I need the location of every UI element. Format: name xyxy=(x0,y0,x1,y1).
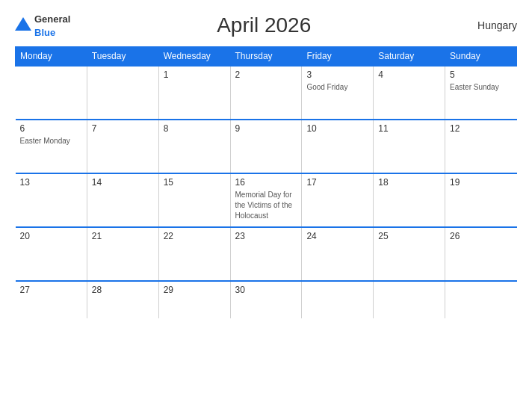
day-event: Memorial Day for the Victims of the Holo… xyxy=(235,191,293,220)
calendar-table: Monday Tuesday Wednesday Thursday Friday… xyxy=(15,46,517,318)
day-number: 3 xyxy=(306,69,368,80)
logo-text: General Blue xyxy=(34,12,70,39)
calendar-header-row: Monday Tuesday Wednesday Thursday Friday… xyxy=(16,47,517,67)
day-number: 7 xyxy=(92,123,154,134)
calendar-day-cell: 26 xyxy=(445,227,517,281)
day-number: 1 xyxy=(164,69,226,80)
calendar-day-cell: 6Easter Monday xyxy=(16,120,87,173)
day-number: 24 xyxy=(306,231,368,241)
calendar-day-cell: 25 xyxy=(374,227,445,281)
calendar-day-cell: 7 xyxy=(87,120,158,173)
day-number: 8 xyxy=(164,123,226,134)
calendar-day-cell xyxy=(445,281,517,318)
day-number: 30 xyxy=(235,285,297,295)
col-monday: Monday xyxy=(16,47,87,67)
calendar-day-cell: 16Memorial Day for the Victims of the Ho… xyxy=(230,173,302,227)
calendar-week-row: 20212223242526 xyxy=(16,227,517,281)
day-number: 12 xyxy=(450,123,512,134)
day-number: 11 xyxy=(378,123,440,134)
calendar-day-cell xyxy=(374,281,445,318)
col-sunday: Sunday xyxy=(445,47,517,67)
calendar-day-cell: 28 xyxy=(87,281,158,318)
calendar-week-row: 123Good Friday45Easter Sunday xyxy=(16,66,517,120)
day-number: 20 xyxy=(20,231,82,241)
calendar-day-cell: 20 xyxy=(16,227,87,281)
col-thursday: Thursday xyxy=(230,47,302,67)
calendar-day-cell: 18 xyxy=(374,173,445,227)
calendar-day-cell xyxy=(16,66,87,120)
day-number: 23 xyxy=(235,231,297,241)
logo-icon xyxy=(15,17,31,34)
calendar-day-cell: 17 xyxy=(302,173,374,227)
day-number: 15 xyxy=(164,177,226,188)
calendar-day-cell: 2 xyxy=(230,66,302,120)
day-number: 22 xyxy=(164,231,226,241)
calendar-week-row: 27282930 xyxy=(16,281,517,318)
calendar-day-cell: 24 xyxy=(302,227,374,281)
page: General Blue April 2026 Hungary Monday T… xyxy=(0,0,532,411)
calendar-day-cell: 23 xyxy=(230,227,302,281)
day-number: 26 xyxy=(450,231,512,241)
day-event: Good Friday xyxy=(306,83,347,91)
logo-blue: Blue xyxy=(34,27,55,38)
day-event: Easter Monday xyxy=(20,137,70,145)
calendar-day-cell: 29 xyxy=(158,281,230,318)
day-number: 29 xyxy=(164,285,226,295)
calendar-week-row: 13141516Memorial Day for the Victims of … xyxy=(16,173,517,227)
day-number: 4 xyxy=(378,69,440,80)
day-number: 17 xyxy=(306,177,368,188)
day-number: 10 xyxy=(306,123,368,134)
day-number: 28 xyxy=(92,285,154,295)
calendar-header: Monday Tuesday Wednesday Thursday Friday… xyxy=(16,47,517,67)
calendar-day-cell: 22 xyxy=(158,227,230,281)
logo: General Blue xyxy=(15,12,70,39)
calendar-day-cell: 8 xyxy=(158,120,230,173)
day-number: 2 xyxy=(235,69,297,80)
calendar-day-cell: 30 xyxy=(230,281,302,318)
day-number: 6 xyxy=(20,123,82,134)
day-number: 19 xyxy=(450,177,512,188)
col-tuesday: Tuesday xyxy=(87,47,158,67)
country-label: Hungary xyxy=(457,19,517,31)
day-number: 25 xyxy=(378,231,440,241)
logo-general: General xyxy=(34,13,70,25)
calendar-day-cell: 27 xyxy=(16,281,87,318)
calendar-day-cell: 12 xyxy=(445,120,517,173)
calendar-day-cell: 19 xyxy=(445,173,517,227)
day-number: 21 xyxy=(92,231,154,241)
day-number: 9 xyxy=(235,123,297,134)
col-wednesday: Wednesday xyxy=(158,47,230,67)
calendar-day-cell: 10 xyxy=(302,120,374,173)
day-number: 5 xyxy=(450,69,512,80)
calendar-day-cell: 3Good Friday xyxy=(302,66,374,120)
col-friday: Friday xyxy=(302,47,374,67)
calendar-day-cell: 13 xyxy=(16,173,87,227)
day-event: Easter Sunday xyxy=(450,83,499,91)
calendar-day-cell: 5Easter Sunday xyxy=(445,66,517,120)
day-number: 18 xyxy=(378,177,440,188)
day-number: 16 xyxy=(235,177,297,188)
header: General Blue April 2026 Hungary xyxy=(15,12,517,39)
day-number: 13 xyxy=(20,177,82,188)
calendar-day-cell: 21 xyxy=(87,227,158,281)
calendar-day-cell xyxy=(87,66,158,120)
calendar-day-cell: 11 xyxy=(374,120,445,173)
calendar-day-cell: 1 xyxy=(158,66,230,120)
calendar-week-row: 6Easter Monday789101112 xyxy=(16,120,517,173)
day-number: 27 xyxy=(20,285,82,295)
calendar-day-cell xyxy=(302,281,374,318)
calendar-day-cell: 9 xyxy=(230,120,302,173)
col-saturday: Saturday xyxy=(374,47,445,67)
calendar-day-cell: 14 xyxy=(87,173,158,227)
svg-marker-0 xyxy=(15,17,31,31)
calendar-day-cell: 15 xyxy=(158,173,230,227)
calendar-title: April 2026 xyxy=(70,13,457,37)
day-number: 14 xyxy=(92,177,154,188)
calendar-day-cell: 4 xyxy=(374,66,445,120)
calendar-body: 123Good Friday45Easter Sunday6Easter Mon… xyxy=(16,66,517,318)
